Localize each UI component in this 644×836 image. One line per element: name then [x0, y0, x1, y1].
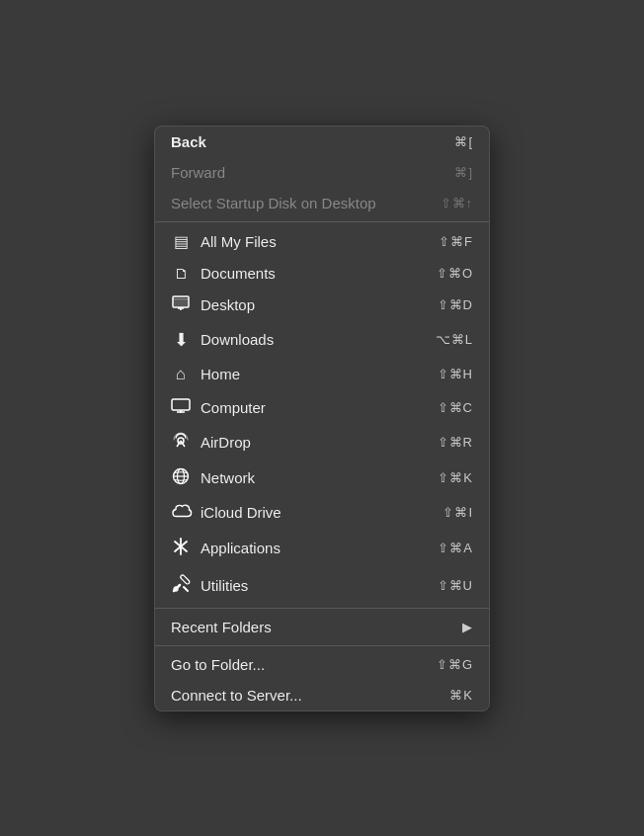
- menu-item-utilities[interactable]: Utilities ⇧⌘U: [155, 567, 489, 605]
- menu-item-network[interactable]: Network ⇧⌘K: [155, 460, 489, 496]
- svg-rect-16: [180, 574, 191, 585]
- submenu-arrow-icon: ▶: [462, 620, 473, 634]
- all-my-files-icon: ▤: [171, 232, 191, 251]
- downloads-icon: ⬇: [171, 329, 191, 351]
- locations-section: ▤ All My Files ⇧⌘F 🗋 Documents ⇧⌘O: [155, 225, 489, 605]
- menu-item-home[interactable]: ⌂ Home ⇧⌘H: [155, 358, 489, 391]
- network-icon: [171, 467, 191, 489]
- divider-1: [155, 221, 489, 222]
- utilities-icon: [171, 574, 191, 598]
- svg-rect-5: [172, 399, 190, 410]
- menu-item-airdrop[interactable]: AirDrop ⇧⌘R: [155, 425, 489, 460]
- svg-line-17: [184, 587, 188, 591]
- documents-icon: 🗋: [171, 265, 191, 282]
- menu-item-desktop[interactable]: Desktop ⇧⌘D: [155, 289, 489, 322]
- menu-item-back[interactable]: Back ⌘[: [155, 126, 489, 157]
- menu-item-downloads[interactable]: ⬇ Downloads ⌥⌘L: [155, 322, 489, 358]
- divider-2: [155, 608, 489, 609]
- home-icon: ⌂: [171, 365, 191, 384]
- icloud-drive-icon: [171, 503, 191, 523]
- computer-icon: [171, 398, 191, 418]
- applications-icon: [171, 537, 191, 560]
- menu-item-icloud-drive[interactable]: iCloud Drive ⇧⌘I: [155, 496, 489, 530]
- desktop-icon: [171, 295, 191, 315]
- divider-3: [155, 645, 489, 646]
- navigation-section: Back ⌘[ Forward ⌘] Select Startup Disk o…: [155, 126, 489, 218]
- menu-item-forward[interactable]: Forward ⌘]: [155, 157, 489, 188]
- svg-rect-2: [174, 300, 188, 306]
- menu-item-documents[interactable]: 🗋 Documents ⇧⌘O: [155, 258, 489, 289]
- menu-item-computer[interactable]: Computer ⇧⌘C: [155, 391, 489, 425]
- menu-item-startup-disk[interactable]: Select Startup Disk on Desktop ⇧⌘↑: [155, 188, 489, 218]
- svg-rect-1: [173, 298, 189, 300]
- menu-item-recent-folders[interactable]: Recent Folders ▶: [155, 612, 489, 642]
- finder-go-menu: Back ⌘[ Forward ⌘] Select Startup Disk o…: [154, 125, 490, 711]
- airdrop-icon: [171, 432, 191, 454]
- menu-item-applications[interactable]: Applications ⇧⌘A: [155, 530, 489, 567]
- connect-section: Go to Folder... ⇧⌘G Connect to Server...…: [155, 649, 489, 711]
- menu-item-all-my-files[interactable]: ▤ All My Files ⇧⌘F: [155, 225, 489, 258]
- recent-folders-section: Recent Folders ▶: [155, 612, 489, 642]
- menu-item-connect-to-server[interactable]: Connect to Server... ⌘K: [155, 680, 489, 711]
- menu-item-go-to-folder[interactable]: Go to Folder... ⇧⌘G: [155, 649, 489, 680]
